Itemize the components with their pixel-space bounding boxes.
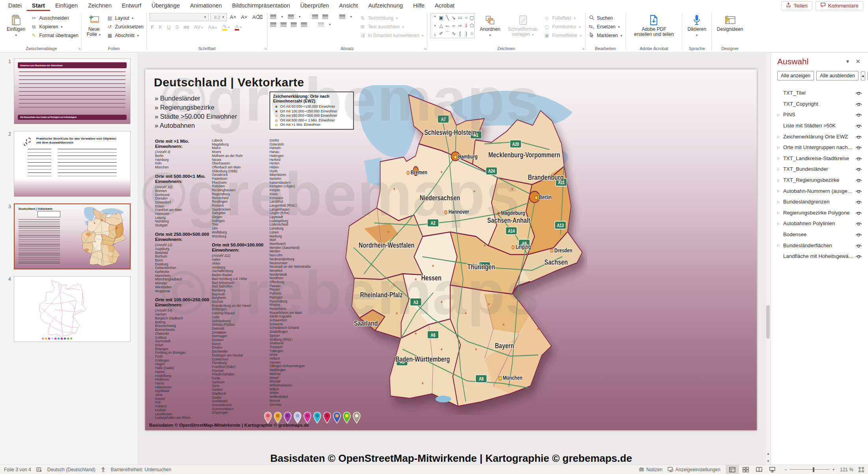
selection-item[interactable]: Landfläche mit Hoheitsgewä… xyxy=(777,251,863,262)
replace-button[interactable]: ⇆b Ersetzen▼ xyxy=(588,23,623,31)
strikethrough-button[interactable]: ab xyxy=(182,24,191,30)
line-spacing-icon[interactable] xyxy=(339,15,345,19)
visibility-eye-icon[interactable] xyxy=(854,101,863,106)
dialog-launcher-icon[interactable]: ↘ xyxy=(423,47,427,50)
slide-3-thumbnail-current[interactable]: Deutschland | Vektorkarte xyxy=(14,203,131,269)
new-slide-button[interactable]: NeueFolie ▼ xyxy=(84,13,104,39)
visibility-eye-icon[interactable] xyxy=(854,166,863,172)
clear-formatting-button[interactable]: A⌫ xyxy=(251,14,264,20)
visibility-eye-icon[interactable] xyxy=(854,145,863,150)
visibility-eye-icon[interactable] xyxy=(854,243,863,248)
font-size-combobox[interactable]: 8,2▼ xyxy=(210,13,227,21)
visibility-eye-icon[interactable] xyxy=(854,90,863,95)
font-name-combobox[interactable]: ▼ xyxy=(150,13,209,21)
menu-tab-überprüfen[interactable]: Überprüfen xyxy=(295,0,334,11)
expand-icon[interactable]: ▷ xyxy=(777,211,783,215)
selection-item[interactable]: ▷PINS xyxy=(777,109,863,120)
germany-map-object[interactable]: A7A1A20A24A11A2A9A14A13A4A3A6A5A8 Schles… xyxy=(341,85,587,415)
expand-icon[interactable]: ▷ xyxy=(777,113,783,117)
previous-slide-button[interactable]: ▲ xyxy=(767,452,770,455)
change-case-button[interactable]: Aa▼ xyxy=(207,24,219,30)
menu-tab-einfügen[interactable]: Einfügen xyxy=(50,0,83,11)
arrange-button[interactable]: Anordnen ▼ xyxy=(477,13,503,39)
cut-button[interactable]: ✂Ausschneiden xyxy=(30,14,78,22)
italic-button[interactable]: K xyxy=(157,24,164,30)
selection-item[interactable]: ▷TXT_Regierungsbezirke xyxy=(777,175,863,186)
selection-item[interactable]: TXT_Copyright xyxy=(777,99,863,110)
menu-tab-zeichnen[interactable]: Zeichnen xyxy=(83,0,117,11)
slide-copyright[interactable]: Basisdaten © OpenStreetMap-Mitwirkende |… xyxy=(149,423,309,427)
dictate-button[interactable]: Diktieren ▼ xyxy=(685,13,708,39)
selection-item[interactable]: ▷Bundesländerflächen xyxy=(777,240,863,251)
selection-item[interactable]: ▷Orte mit Untergruppen nach… xyxy=(777,142,863,153)
zoom-out-button[interactable]: − xyxy=(784,467,787,472)
selection-item[interactable]: ▷Bundeslandgrenzen xyxy=(777,196,863,207)
visibility-eye-icon[interactable] xyxy=(854,177,863,183)
expand-icon[interactable]: ▷ xyxy=(777,134,783,138)
highlight-color-button[interactable]: ✎▼ xyxy=(221,24,232,30)
slide-title[interactable]: Deutschland | Vektorkarte xyxy=(154,76,304,89)
slide-3-editing-surface[interactable]: Deutschland | Vektorkarte » Bundesländer… xyxy=(145,69,757,430)
expand-icon[interactable]: ▷ xyxy=(777,178,783,182)
menu-tab-datei[interactable]: Datei xyxy=(3,0,27,11)
increase-indent-icon[interactable] xyxy=(322,15,328,19)
smartart-button[interactable]: ⇶In SmartArt konvertieren▼ xyxy=(359,32,425,39)
dialog-launcher-icon[interactable]: ↘ xyxy=(78,47,81,50)
notes-button[interactable]: Notizen xyxy=(639,467,662,472)
zoom-slider[interactable]: − + xyxy=(784,467,835,472)
numbering-icon[interactable] xyxy=(288,15,294,19)
columns-icon[interactable] xyxy=(318,22,324,27)
expand-icon[interactable]: ▷ xyxy=(777,222,783,226)
reset-button[interactable]: ↺Zurücksetzen xyxy=(107,23,144,31)
section-button[interactable]: ▦Abschnitt▼ xyxy=(107,32,144,39)
menu-tab-übergänge[interactable]: Übergänge xyxy=(146,0,185,11)
bullets-icon[interactable] xyxy=(270,15,276,19)
pane-options-chevron-icon[interactable]: ▼ xyxy=(843,59,853,64)
visibility-eye-icon[interactable] xyxy=(854,210,863,215)
selection-item[interactable]: ▷TXT_Bundesländer xyxy=(777,164,863,175)
fit-to-window-button[interactable] xyxy=(859,467,864,472)
bold-button[interactable]: F xyxy=(150,24,156,30)
display-settings-button[interactable]: Anzeigeeinstellungen xyxy=(668,467,720,472)
visibility-eye-icon[interactable] xyxy=(854,123,863,128)
visibility-eye-icon[interactable] xyxy=(854,221,863,226)
visibility-eye-icon[interactable] xyxy=(854,134,863,139)
pane-close-icon[interactable]: ✕ xyxy=(853,58,863,65)
selection-item[interactable]: Liste mit Städten >50K xyxy=(777,120,863,131)
align-right-icon[interactable] xyxy=(291,22,297,27)
move-up-button[interactable]: ▲ xyxy=(861,71,865,80)
menu-tab-acrobat[interactable]: Acrobat xyxy=(430,0,460,11)
zoom-in-button[interactable]: + xyxy=(832,467,835,472)
shape-outline-button[interactable]: ▢Formkontur▼ xyxy=(543,23,582,31)
design-ideas-button[interactable]: Designideen xyxy=(715,13,746,33)
visibility-eye-icon[interactable] xyxy=(854,254,863,259)
menu-tab-ansicht[interactable]: Ansicht xyxy=(334,0,363,11)
city-list-columns[interactable]: Orte mit >1 Mio. Einwohnern:(Anzahl 4)Be… xyxy=(155,139,346,424)
zoom-thumb[interactable] xyxy=(813,467,814,472)
spellcheck-icon[interactable] xyxy=(36,467,42,472)
adobe-pdf-button[interactable]: Adobe PDFerstellen und teilen xyxy=(629,13,679,38)
map-pins-row[interactable] xyxy=(264,412,361,424)
decrease-font-button[interactable]: A˅ xyxy=(239,14,249,20)
visibility-eye-icon[interactable] xyxy=(854,156,863,161)
zoom-level[interactable]: 121 % xyxy=(840,467,853,472)
char-spacing-button[interactable]: AV▼ xyxy=(193,24,205,30)
reading-view-button[interactable] xyxy=(752,465,766,474)
accessibility-icon[interactable] xyxy=(101,467,106,472)
format-painter-button[interactable]: ✎Format übertragen xyxy=(30,32,78,39)
increase-font-button[interactable]: A˄ xyxy=(228,14,238,20)
expand-icon[interactable]: ▷ xyxy=(777,189,783,193)
selection-item[interactable]: ▷Regierungsbezirke Polygone xyxy=(777,207,863,218)
layout-button[interactable]: ▤Layout▼ xyxy=(107,14,144,22)
expand-icon[interactable]: ▷ xyxy=(777,243,783,247)
expand-icon[interactable]: ▷ xyxy=(777,156,783,160)
share-button[interactable]: Teilen xyxy=(781,1,812,10)
expand-icon[interactable]: ▷ xyxy=(777,200,783,204)
dialog-launcher-icon[interactable]: ↘ xyxy=(582,47,585,50)
selection-item[interactable]: ▷TXT_Landkreise-Stadtkreise xyxy=(777,153,863,164)
accessibility-check[interactable]: Barrierefreiheit: Untersuchen xyxy=(111,467,171,472)
visibility-eye-icon[interactable] xyxy=(854,232,863,237)
menu-tab-entwurf[interactable]: Entwurf xyxy=(117,0,146,11)
visibility-eye-icon[interactable] xyxy=(854,112,863,117)
align-left-icon[interactable] xyxy=(270,22,276,27)
